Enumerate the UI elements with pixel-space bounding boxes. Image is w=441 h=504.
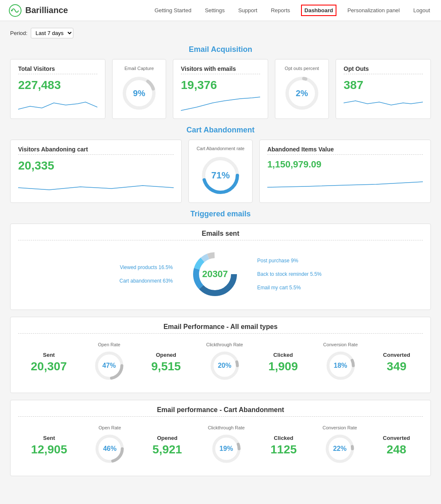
svg-point-1 (11, 10, 13, 11)
opt-outs-value: 387 (344, 78, 423, 92)
period-row: Period: Last 7 days (10, 28, 431, 38)
email-performance-all-row: Sent 20,307 Open Rate 47% Opened 9,515 (18, 338, 423, 387)
opt-outs-percent-card: Opt outs percent 2% (275, 59, 329, 119)
period-label: Period: (10, 30, 27, 36)
nav-links: Getting Started Settings Support Reports… (152, 5, 433, 16)
cart-abandonment-row: Visitors Abandoning cart 20,335 Cart Aba… (10, 140, 431, 203)
all-converted-value: 349 (387, 360, 406, 373)
segment-viewed-products: Viewed products 16.5% (119, 264, 173, 270)
visitors-abandoning-label: Visitors Abandoning cart (18, 146, 174, 153)
cart-opened-value: 5,921 (153, 443, 182, 456)
cart-clickthrough-label: Clickthrough Rate (208, 425, 245, 430)
cart-open-rate-gauge: 46% (93, 432, 126, 466)
nav-dashboard[interactable]: Dashboard (301, 5, 336, 16)
cart-clickthrough-col: Clickthrough Rate 19% (208, 425, 245, 466)
all-open-rate-col: Open Rate 47% (92, 342, 126, 383)
cart-abandonment-rate-value: 71% (211, 170, 230, 181)
logo: Barilliance (8, 4, 68, 17)
cart-opened-metric: Opened 5,921 (153, 435, 182, 456)
all-open-rate-label: Open Rate (98, 342, 120, 347)
all-clickthrough-gauge: 20% (208, 349, 242, 383)
cart-open-rate-col: Open Rate 46% (93, 425, 126, 466)
cart-open-rate-label: Open Rate (99, 425, 121, 430)
cart-sent-value: 12,905 (31, 443, 67, 456)
opt-outs-label: Opt Outs (344, 65, 423, 72)
segment-post-purchase: Post purchase 9% (257, 258, 322, 264)
visitors-with-emails-label: Visitors with emails (181, 65, 260, 72)
cart-clicked-value: 1125 (271, 443, 297, 456)
all-clicked-metric: Clicked 1,909 (268, 352, 298, 373)
all-opened-label: Opened (156, 352, 176, 358)
visitors-with-emails-value: 19,376 (181, 78, 260, 92)
total-visitors-card: Total Visitors 227,483 (10, 59, 105, 119)
cart-sent-metric: Sent 12,905 (31, 435, 67, 456)
visitors-with-emails-sparkline (181, 94, 260, 111)
all-conversion-value: 18% (334, 362, 347, 369)
triggered-emails-card: Emails sent Viewed products 16.5% Cart a… (10, 224, 431, 310)
abandoned-items-value: 1,150,979.09 (267, 159, 423, 170)
visitors-with-emails-card: Visitors with emails 19,376 (173, 59, 268, 119)
cart-conversion-gauge: 22% (323, 432, 357, 466)
opt-outs-sparkline (344, 94, 423, 111)
all-converted-metric: Converted 349 (383, 352, 410, 373)
all-clickthrough-label: Clickthrough Rate (206, 342, 243, 347)
logo-text: Barilliance (25, 5, 68, 15)
all-conversion-label: Conversion Rate (323, 342, 358, 347)
nav-personalization[interactable]: Personalization panel (345, 5, 402, 15)
all-conversion-gauge: 18% (324, 349, 358, 383)
cart-clickthrough-gauge: 19% (210, 432, 243, 466)
donut-labels-right: Post purchase 9% Back to stock reminder … (257, 258, 322, 291)
visitors-abandoning-sparkline (18, 175, 174, 192)
email-capture-card: Email Capture 9% (112, 59, 166, 119)
main-content: Period: Last 7 days Email Acquisition To… (0, 21, 441, 490)
cart-converted-label: Converted (383, 435, 410, 441)
all-opened-metric: Opened 9,515 (151, 352, 181, 373)
email-performance-cart-card: Email performance - Cart Abandonment Sen… (10, 400, 431, 476)
visitors-abandoning-value: 20,335 (18, 159, 174, 172)
all-conversion-col: Conversion Rate 18% (323, 342, 358, 383)
cart-conversion-label: Conversion Rate (323, 425, 357, 430)
donut-labels-left: Viewed products 16.5% Cart abandonment 6… (119, 264, 173, 284)
navbar: Barilliance Getting Started Settings Sup… (0, 0, 441, 21)
cart-conversion-value: 22% (333, 445, 347, 453)
logo-icon (8, 4, 22, 17)
opt-outs-percent-value: 2% (296, 89, 308, 98)
cart-open-rate-value: 46% (103, 445, 116, 453)
segment-back-to-stock: Back to stock reminder 5.5% (257, 271, 322, 277)
email-performance-cart-row: Sent 12,905 Open Rate 46% Opened 5,921 (18, 421, 423, 470)
triggered-emails-inner: Viewed products 16.5% Cart abandonment 6… (18, 245, 423, 304)
cart-abandonment-rate-card: Cart Abandonment rate 71% (188, 140, 253, 203)
email-acquisition-row: Total Visitors 227,483 Email Capture 9% … (10, 59, 431, 119)
opt-outs-percent-gauge: 2% (283, 74, 321, 112)
cart-converted-value: 248 (387, 443, 406, 456)
segment-cart-abandonment: Cart abandonment 63% (119, 278, 173, 284)
total-visitors-sparkline (18, 94, 97, 111)
emails-sent-title: Emails sent (18, 230, 423, 237)
cart-abandonment-title: Cart Abandonment (10, 126, 431, 135)
triggered-emails-title: Triggered emails (10, 210, 431, 218)
total-visitors-label: Total Visitors (18, 65, 97, 72)
opt-outs-card: Opt Outs 387 (336, 59, 431, 119)
all-opened-value: 9,515 (151, 360, 181, 373)
period-select[interactable]: Last 7 days (31, 28, 73, 38)
email-performance-all-title: Email Performance - All email types (18, 323, 423, 331)
all-clickthrough-col: Clickthrough Rate 20% (206, 342, 243, 383)
cart-converted-metric: Converted 248 (383, 435, 410, 456)
nav-reports[interactable]: Reports (268, 5, 293, 15)
abandoned-items-label: Abandoned Items Value (267, 146, 423, 153)
donut-center-value: 20307 (202, 269, 228, 280)
nav-logout[interactable]: Logout (411, 5, 433, 15)
email-acquisition-title: Email Acquisition (10, 45, 431, 54)
all-sent-value: 20,307 (31, 360, 67, 373)
all-sent-metric: Sent 20,307 (31, 352, 67, 373)
abandoned-items-sparkline (267, 172, 423, 189)
all-converted-label: Converted (383, 352, 410, 358)
abandoned-items-card: Abandoned Items Value 1,150,979.09 (259, 140, 431, 203)
cart-clicked-metric: Clicked 1125 (271, 435, 297, 456)
nav-settings[interactable]: Settings (202, 5, 227, 15)
nav-support[interactable]: Support (236, 5, 260, 15)
nav-getting-started[interactable]: Getting Started (152, 5, 194, 15)
cart-opened-label: Opened (157, 435, 177, 441)
all-clicked-label: Clicked (273, 352, 293, 358)
email-performance-cart-title: Email performance - Cart Abandonment (18, 406, 423, 414)
